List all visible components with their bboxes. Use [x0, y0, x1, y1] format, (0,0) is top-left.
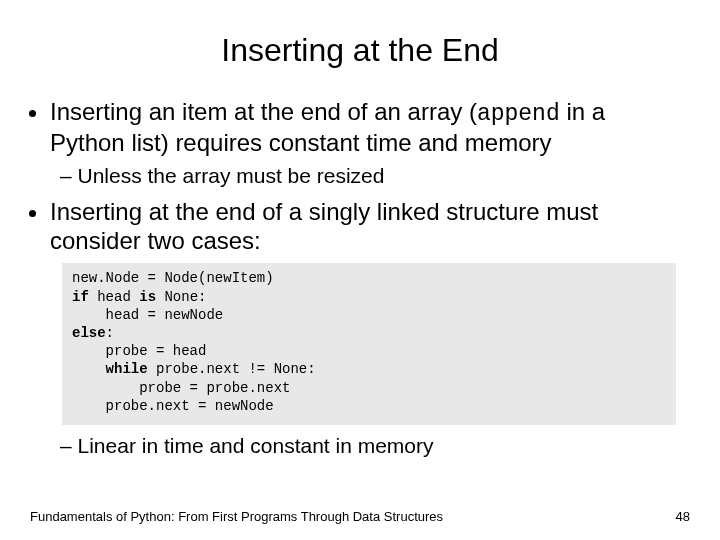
bullet-1-sub-1: Unless the array must be resized [60, 163, 680, 189]
code-block: new.Node = Node(newItem) if head is None… [62, 263, 676, 425]
slide-title: Inserting at the End [30, 32, 690, 69]
code-l6-pre [72, 361, 106, 377]
slide: Inserting at the End Inserting an item a… [0, 0, 720, 540]
code-l6-end: probe.next != None: [148, 361, 316, 377]
bullet-2-sublist: Linear in time and constant in memory [60, 433, 680, 459]
code-line-5: probe = head [72, 343, 206, 359]
footer-text: Fundamentals of Python: From First Progr… [30, 509, 443, 524]
code-line-3: head = newNode [72, 307, 223, 323]
append-code: append [477, 101, 560, 127]
footer: Fundamentals of Python: From First Progr… [30, 509, 690, 524]
bullet-2-text: Inserting at the end of a singly linked … [50, 198, 598, 254]
kw-else: else [72, 325, 106, 341]
bullet-2-sub-1: Linear in time and constant in memory [60, 433, 680, 459]
kw-is: is [139, 289, 156, 305]
bullet-list: Inserting an item at the end of an array… [50, 97, 690, 459]
bullet-1-sublist: Unless the array must be resized [60, 163, 680, 189]
bullet-2: Inserting at the end of a singly linked … [50, 197, 690, 459]
code-l4-end: : [106, 325, 114, 341]
code-line-1: new.Node = Node(newItem) [72, 270, 274, 286]
kw-if: if [72, 289, 89, 305]
page-number: 48 [676, 509, 690, 524]
bullet-1: Inserting an item at the end of an array… [50, 97, 690, 189]
code-line-7: probe = probe.next [72, 380, 290, 396]
code-l2-end: None: [156, 289, 206, 305]
code-line-8: probe.next = newNode [72, 398, 274, 414]
code-l2-mid: head [89, 289, 139, 305]
kw-while: while [106, 361, 148, 377]
bullet-1-text-pre: Inserting an item at the end of an array… [50, 98, 477, 125]
